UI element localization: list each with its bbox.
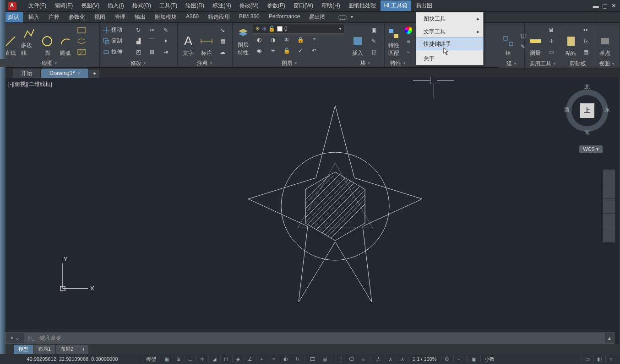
leader-icon[interactable]: ↘ — [216, 25, 229, 35]
array-icon[interactable]: ⊞ — [146, 47, 158, 57]
add-file-tab[interactable]: + — [89, 70, 99, 78]
layout-tab-1[interactable]: 布局1 — [33, 345, 56, 354]
nav-zoom-icon[interactable] — [603, 199, 615, 214]
cloud-icon[interactable]: ☁ — [216, 47, 229, 57]
file-tab-1[interactable]: Drawing1*× — [41, 69, 88, 78]
menu-item-4[interactable]: 格式(O) — [129, 0, 155, 11]
ribbon-tab-extra[interactable]: ▼ — [338, 15, 354, 20]
coordinate-readout[interactable]: 40.99295612, 22.92109088, 0.00000000 — [4, 356, 141, 362]
ribbon-tab-0[interactable]: 默认 — [5, 12, 23, 22]
layer-selector[interactable]: ☀ ❄ 🔓 0 ▼ — [253, 24, 344, 34]
polyline-button[interactable]: 多段线 — [20, 24, 38, 58]
drawing-canvas[interactable]: [-][俯视][二维线框] — [5, 78, 619, 344]
status-scale[interactable]: 1:1 / 100% — [408, 356, 441, 362]
layer-prev-icon[interactable]: ↶ — [308, 46, 321, 56]
menu-item-0[interactable]: 文件(F) — [25, 0, 50, 11]
status-lw-icon[interactable]: ≡ — [268, 355, 279, 363]
ellipse-icon[interactable] — [75, 36, 88, 46]
status-ann-icon[interactable]: ▤ — [319, 355, 330, 363]
layer-iso-icon[interactable]: ◑ — [266, 35, 279, 45]
select-icon[interactable]: ▭ — [545, 47, 558, 57]
menu-item-1[interactable]: 编辑(E) — [51, 0, 76, 11]
erase-icon[interactable]: ✎ — [159, 25, 172, 35]
paste-button[interactable]: 粘贴 — [563, 24, 578, 58]
navigation-bar[interactable] — [603, 169, 615, 243]
lw-icon[interactable]: ≡ — [402, 36, 415, 46]
status-gear-icon[interactable]: ⚙ — [441, 355, 452, 363]
ribbon-tab-1[interactable]: 插入 — [25, 12, 43, 22]
status-precision[interactable]: 小数 — [480, 356, 498, 363]
clip-icon[interactable]: ▤ — [579, 47, 592, 57]
status-cust-icon[interactable]: ≡ — [605, 355, 616, 363]
color-icon[interactable] — [405, 27, 412, 34]
menu-item-2[interactable]: 视图(V) — [77, 0, 103, 11]
menu-item-12[interactable]: 图纸批处理 — [345, 0, 380, 11]
status-mon-icon[interactable]: 🖵 — [346, 355, 357, 363]
status-polar-icon[interactable]: ✛ — [196, 355, 207, 363]
dropdown-item-0[interactable]: 图块工具 — [416, 12, 483, 25]
layer-frz-icon[interactable]: ❄ — [280, 35, 293, 45]
menu-item-13[interactable]: HL工具箱 — [381, 0, 411, 11]
copy2-icon[interactable]: ⎘ — [579, 36, 592, 46]
status-zoom-icon[interactable]: + — [453, 355, 464, 363]
group-button[interactable]: 组 — [501, 24, 516, 58]
dropdown-item-1[interactable]: 文字工具 — [416, 25, 483, 38]
wcs-badge[interactable]: WCS ▾ — [579, 145, 603, 153]
lt-icon[interactable]: ┄ — [402, 47, 415, 57]
layer-on-icon[interactable]: ◉ — [253, 46, 266, 56]
status-trans-icon[interactable]: ◐ — [280, 355, 291, 363]
ribbon-tab-10[interactable]: BIM 360 — [235, 12, 263, 22]
status-osnap-icon[interactable]: ◻ — [220, 355, 231, 363]
layer-match-icon[interactable]: ≡ — [308, 35, 321, 45]
copy-button[interactable]: 复制 — [102, 36, 131, 46]
status-ucs-icon[interactable]: 人 — [373, 355, 384, 363]
viewport-label[interactable]: [-][俯视][二维线框] — [8, 80, 52, 88]
basepoint-button[interactable]: 基点 — [596, 24, 614, 58]
layer-thaw-icon[interactable]: ☀ — [266, 46, 279, 56]
table-icon[interactable]: ▦ — [216, 36, 229, 46]
match-prop-button[interactable]: 特性 匹配 — [386, 24, 401, 58]
status-3dosnap-icon[interactable]: ◈ — [232, 355, 243, 363]
window-controls[interactable]: ▬ ▢ ✕ — [593, 2, 617, 9]
status-ws-icon[interactable]: ⬚ — [334, 355, 345, 363]
layer-lock-icon[interactable]: 🔒 — [294, 35, 307, 45]
status-snap-icon[interactable]: ⊞ — [173, 355, 184, 363]
status-annvis-icon[interactable]: ⍝ — [358, 355, 369, 363]
arc-button[interactable]: 圆弧 — [57, 24, 74, 58]
nav-orbit-icon[interactable] — [603, 214, 615, 228]
nav-wheel-icon[interactable] — [603, 170, 615, 184]
menu-item-5[interactable]: 工具(T) — [156, 0, 181, 11]
text-button[interactable]: A文字 — [179, 24, 197, 58]
status-hw-icon[interactable]: ▣ — [468, 355, 479, 363]
create-block-icon[interactable]: ▣ — [367, 25, 380, 35]
status-otrack-icon[interactable]: ∠ — [244, 355, 255, 363]
view-cube[interactable]: 上 北南 东西 — [564, 83, 610, 138]
line-button[interactable]: 直线 — [2, 24, 19, 58]
menu-item-8[interactable]: 修改(M) — [236, 0, 262, 11]
edit-block-icon[interactable]: ✎ — [367, 36, 380, 46]
layer-off-icon[interactable]: ◐ — [253, 35, 266, 45]
menu-item-14[interactable]: 易出图 — [412, 0, 436, 11]
cmd-history-icon[interactable]: ▴ — [605, 335, 614, 341]
status-clean-icon[interactable]: ◧ — [593, 355, 604, 363]
ribbon-tab-12[interactable]: 易出图 — [305, 12, 329, 22]
explode-icon[interactable]: ✦ — [159, 36, 172, 46]
rotate-icon[interactable]: ↻ — [132, 25, 145, 35]
menu-item-10[interactable]: 窗口(W) — [290, 0, 317, 11]
menu-item-11[interactable]: 帮助(H) — [318, 0, 344, 11]
ribbon-tab-9[interactable]: 精选应用 — [204, 12, 234, 22]
menu-item-3[interactable]: 插入(I) — [104, 0, 127, 11]
ribbon-tab-4[interactable]: 视图 — [91, 12, 109, 22]
ribbon-tab-3[interactable]: 参数化 — [65, 12, 89, 22]
measure-button[interactable]: 测量 — [527, 24, 544, 58]
status-grid-icon[interactable]: ▦ — [161, 355, 172, 363]
layer-cur-icon[interactable]: ✓ — [294, 46, 307, 56]
attr-block-icon[interactable]: ⍰ — [367, 47, 380, 57]
layout-tab-2[interactable]: 布局2 — [56, 345, 78, 354]
circle-button[interactable]: 圆 — [38, 24, 56, 58]
app-logo[interactable] — [8, 2, 16, 10]
layer-properties-button[interactable]: 图层 特性 — [234, 24, 252, 58]
status-model[interactable]: 模型 — [142, 356, 160, 363]
menu-item-6[interactable]: 绘图(D) — [182, 0, 208, 11]
calc-icon[interactable]: 🖩 — [545, 25, 558, 35]
